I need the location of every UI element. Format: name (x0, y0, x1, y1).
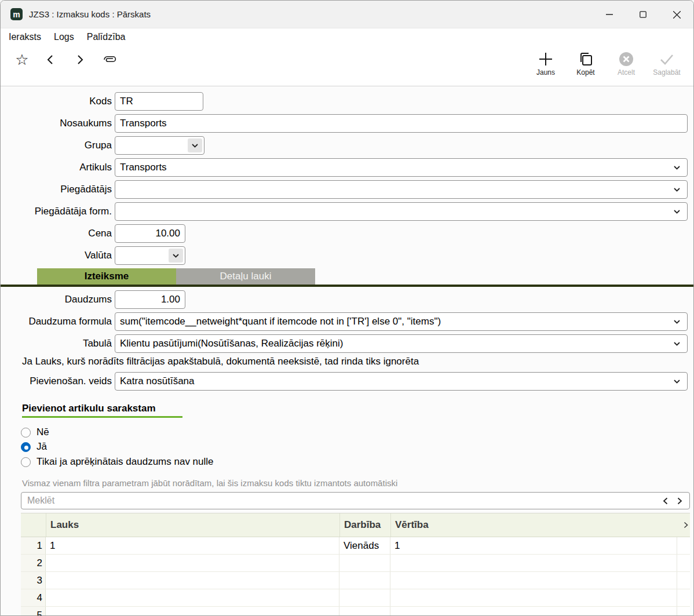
grupa-select[interactable] (115, 136, 204, 155)
cell-darbiba[interactable]: Vienāds (339, 537, 390, 554)
next-result-icon[interactable] (677, 497, 682, 505)
cell-lauks[interactable]: 1 (46, 537, 339, 554)
row-number: 5 (21, 607, 46, 616)
cell-vertiba[interactable]: 1 (390, 537, 677, 554)
new-button-label: Jauns (536, 68, 555, 76)
header-expand-control[interactable] (677, 513, 690, 537)
menu-logs[interactable]: Logs (54, 32, 74, 42)
cell-darbiba[interactable] (339, 589, 390, 606)
cancel-button: Atcelt (608, 52, 644, 76)
cell-lauks[interactable] (46, 572, 339, 589)
tabula-select[interactable]: Klientu pasūtījumi(Nosūtīšanas, Realizāc… (115, 334, 688, 353)
copy-button[interactable]: Kopēt (568, 52, 604, 76)
kods-input[interactable] (115, 92, 203, 111)
table-row[interactable]: 1 1 Vienāds 1 (21, 537, 690, 555)
cena-label: Cena (12, 228, 115, 239)
radio-ja[interactable]: Jā (21, 441, 47, 453)
table-row[interactable]: 5 (21, 607, 690, 616)
cena-input[interactable] (115, 224, 185, 243)
cell-expand (677, 607, 690, 616)
attachment-button[interactable] (100, 46, 120, 74)
chevron-down-icon[interactable] (670, 315, 684, 329)
tab-izteiksme[interactable]: Izteiksme (37, 268, 176, 285)
nosaukums-input[interactable] (115, 114, 688, 133)
cell-vertiba[interactable] (390, 572, 677, 589)
radio-ja-label: Jā (36, 441, 47, 453)
favorite-button[interactable]: ☆ (13, 46, 31, 74)
radio-tikai[interactable]: Tikai ja aprēķinātais daudzums nav nulle (21, 456, 214, 468)
tabula-label: Tabulā (12, 338, 115, 349)
maximize-button[interactable] (626, 1, 660, 28)
cell-vertiba[interactable] (390, 555, 677, 571)
tabula-value: Klientu pasūtījumi(Nosūtīšanas, Realizāc… (115, 338, 344, 349)
artikuls-select[interactable]: Transports (115, 158, 688, 177)
app-icon: m (10, 8, 23, 20)
chevron-down-icon[interactable] (169, 249, 183, 263)
close-button[interactable] (660, 1, 693, 28)
column-header-lauks[interactable]: Lauks (46, 513, 339, 537)
chevron-down-icon[interactable] (188, 138, 202, 152)
tab-detalu-lauki[interactable]: Detaļu lauki (176, 268, 315, 285)
star-icon: ☆ (15, 52, 28, 67)
grupa-label: Grupa (12, 140, 115, 151)
cell-lauks[interactable] (46, 589, 339, 606)
minimize-icon (606, 11, 613, 18)
chevron-down-icon[interactable] (670, 161, 684, 174)
column-header-darbiba[interactable]: Darbība (339, 513, 390, 537)
menu-palidziba[interactable]: Palīdzība (87, 32, 126, 42)
chevron-down-icon[interactable] (670, 374, 684, 388)
radio-selected-icon[interactable] (21, 442, 31, 452)
cell-vertiba[interactable] (390, 589, 677, 606)
cell-lauks[interactable] (46, 607, 339, 616)
minimize-button[interactable] (593, 1, 626, 28)
artikuls-label: Artikuls (12, 162, 115, 173)
cell-lauks[interactable] (46, 555, 339, 571)
daudzuma-formula-label: Daudzuma formula (12, 316, 115, 327)
table-row[interactable]: 2 (21, 555, 690, 572)
pievienosan-veids-select[interactable]: Katra nosūtīšana (115, 372, 688, 391)
new-button[interactable]: Jauns (528, 52, 564, 76)
chevron-down-icon[interactable] (670, 183, 684, 196)
kods-label: Kods (12, 96, 115, 107)
cell-darbiba[interactable] (339, 572, 390, 589)
row-number: 2 (21, 555, 46, 571)
column-header-vertiba[interactable]: Vērtība (390, 513, 677, 537)
search-input[interactable] (21, 495, 663, 506)
cell-darbiba[interactable] (339, 555, 390, 571)
tab-strip: Izteiksme Detaļu lauki (37, 268, 315, 285)
radio-ne[interactable]: Nē (21, 427, 49, 438)
piegadataja-form-select[interactable] (115, 202, 688, 221)
title-bar: m JZS3 : Izmaksu kods : Pārskats (1, 1, 693, 28)
cell-darbiba[interactable] (339, 607, 390, 616)
table-row[interactable]: 3 (21, 572, 690, 589)
table-row[interactable]: 4 (21, 589, 690, 607)
daudzums-input[interactable] (115, 290, 185, 309)
pievienosan-veids-value: Katra nosūtīšana (115, 376, 195, 387)
filter-note: Ja Lauks, kurš norādīts filtrācijas apak… (22, 356, 419, 367)
plus-icon (538, 52, 553, 67)
search-box (21, 492, 690, 509)
cell-expand (677, 537, 690, 554)
piegadatajs-select[interactable] (115, 180, 688, 199)
valuta-select[interactable] (115, 246, 185, 265)
copy-button-label: Kopēt (576, 68, 594, 76)
valuta-label: Valūta (12, 250, 115, 261)
radio-ne-label: Nē (36, 427, 49, 438)
back-button[interactable] (42, 46, 57, 74)
paperclip-icon (103, 55, 118, 64)
copy-icon (578, 52, 593, 67)
cell-expand (677, 572, 690, 589)
radio-icon[interactable] (21, 428, 31, 438)
daudzuma-formula-select[interactable]: sum("itemcode__netweight*quant if itemco… (115, 312, 688, 331)
chevron-down-icon[interactable] (670, 205, 684, 218)
cell-vertiba[interactable] (390, 607, 677, 616)
daudzuma-formula-value: sum("itemcode__netweight*quant if itemco… (115, 316, 441, 327)
menu-ieraksts[interactable]: Ieraksts (9, 32, 41, 42)
table-header: Lauks Darbība Vērtība (21, 513, 690, 537)
forward-button[interactable] (72, 46, 87, 74)
prev-result-icon[interactable] (663, 497, 668, 505)
radio-icon[interactable] (21, 457, 31, 467)
chevron-down-icon[interactable] (670, 337, 684, 351)
cell-expand (677, 555, 690, 571)
cell-expand (677, 589, 690, 606)
